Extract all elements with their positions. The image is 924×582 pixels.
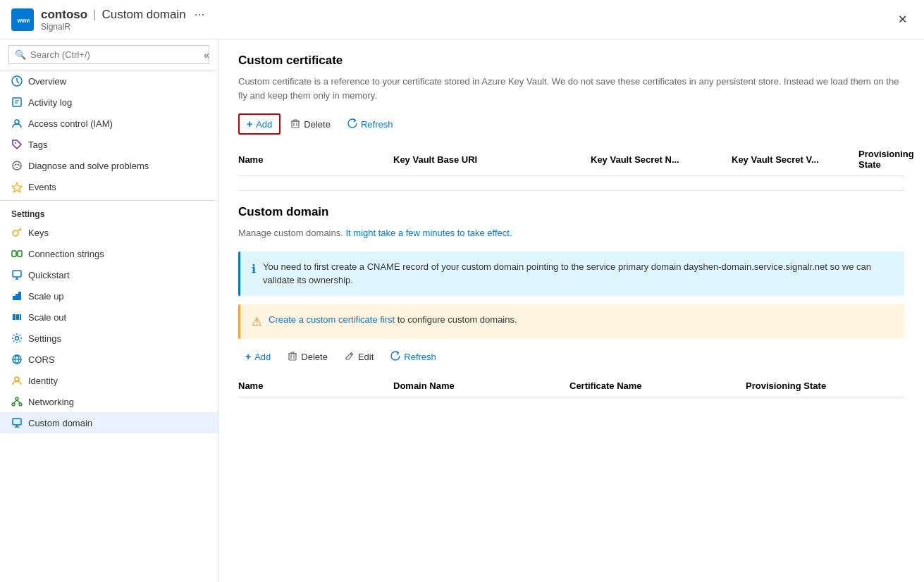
svg-point-31 (15, 377, 19, 381)
sidebar-item-identity[interactable]: Identity (0, 370, 218, 391)
warning-icon: ⚠ (252, 314, 261, 330)
svg-marker-12 (12, 182, 22, 192)
header-subtitle: SignalR (41, 22, 205, 32)
svg-line-4 (17, 81, 19, 83)
sidebar-item-connection-strings[interactable]: Connection strings (0, 243, 218, 264)
domain-add-button[interactable]: + Add (238, 347, 278, 366)
sidebar-item-events[interactable]: Events (0, 176, 218, 197)
sidebar-item-label: Identity (28, 376, 58, 386)
search-input[interactable] (30, 49, 203, 60)
svg-line-15 (20, 230, 21, 231)
sidebar-item-label: Networking (28, 397, 74, 407)
domain-col-domain-name: Domain Name (393, 380, 569, 391)
sidebar-item-scale-up[interactable]: Scale up (0, 285, 218, 307)
custom-certificate-title: Custom certificate (238, 54, 904, 68)
sidebar-item-label: Custom domain (28, 418, 92, 428)
quickstart-icon (11, 269, 23, 280)
domain-toolbar: + Add Delete Edit (238, 347, 904, 366)
domain-refresh-button[interactable]: Refresh (383, 347, 443, 366)
collapse-sidebar-button[interactable]: « (204, 49, 209, 61)
search-icon: 🔍 (15, 49, 26, 60)
sidebar-item-activity-log[interactable]: Activity log (0, 92, 218, 113)
svg-rect-40 (292, 121, 299, 128)
svg-line-36 (17, 400, 20, 403)
cert-warning-link[interactable]: Create a custom certificate first (269, 314, 395, 325)
sidebar-item-label: Settings (28, 333, 61, 344)
custom-certificate-description: Custom certificate is a reference to you… (238, 75, 904, 102)
sidebar-item-label: Events (28, 182, 56, 192)
svg-point-28 (16, 337, 19, 340)
identity-icon (11, 375, 23, 386)
svg-rect-25 (13, 314, 16, 320)
svg-point-8 (15, 120, 19, 124)
custom-domain-desc-link: It might take a few minutes to take effe… (345, 228, 512, 238)
info-icon: ℹ (252, 261, 256, 278)
scale-up-icon (11, 290, 23, 302)
scale-out-icon (11, 311, 23, 323)
svg-rect-37 (13, 419, 21, 425)
settings-section-label: Settings (0, 200, 218, 222)
svg-point-10 (13, 161, 21, 170)
svg-rect-26 (16, 314, 19, 320)
sidebar: 🔍 « Overview Activity log (0, 39, 218, 582)
header-title-group: contoso | Custom domain ··· SignalR (41, 7, 205, 32)
sidebar-item-access-control[interactable]: Access control (IAM) (0, 113, 218, 134)
sidebar-item-diagnose[interactable]: Diagnose and solve problems (0, 155, 218, 176)
cert-table-header: Name Key Vault Base URI Key Vault Secret… (238, 143, 904, 176)
sidebar-item-label: Tags (28, 140, 47, 150)
svg-rect-24 (18, 292, 21, 300)
close-button[interactable]: ✕ (892, 10, 913, 29)
cert-refresh-button[interactable]: Refresh (340, 115, 400, 134)
cert-col-kv-secret-n: Key Vault Secret N... (591, 154, 732, 165)
delete-icon (290, 118, 300, 130)
sidebar-item-keys[interactable]: Keys (0, 222, 218, 243)
cert-col-kv-base-uri: Key Vault Base URI (393, 154, 591, 165)
cert-warning-text: Create a custom certificate first to con… (269, 313, 517, 327)
svg-rect-19 (13, 271, 21, 277)
custom-domain-icon (11, 417, 23, 428)
settings-icon (11, 333, 23, 344)
sidebar-item-scale-out[interactable]: Scale out (0, 307, 218, 328)
sidebar-search-area: 🔍 « (0, 39, 218, 70)
svg-rect-44 (289, 354, 296, 360)
sidebar-item-label: Activity log (28, 97, 72, 108)
svg-point-32 (16, 397, 18, 400)
svg-point-13 (13, 230, 18, 236)
sidebar-item-cors[interactable]: CORS (0, 349, 218, 370)
cors-icon (11, 354, 23, 365)
domain-col-name: Name (238, 380, 393, 391)
keys-icon (11, 227, 23, 238)
resource-name: contoso (41, 8, 87, 22)
sidebar-item-overview[interactable]: Overview (0, 70, 218, 92)
cert-toolbar: + Add Delete Refresh (238, 113, 904, 135)
svg-rect-17 (18, 251, 22, 256)
svg-rect-27 (20, 314, 21, 320)
domain-edit-button[interactable]: Edit (338, 347, 381, 366)
cert-col-provisioning-state: Provisioning State (858, 149, 914, 170)
page-title: Custom domain (102, 8, 186, 22)
domain-table-header: Name Domain Name Certificate Name Provis… (238, 375, 904, 397)
sidebar-item-networking[interactable]: Networking (0, 391, 218, 412)
cname-info-box: ℹ You need to first create a CNAME recor… (238, 252, 904, 296)
cert-col-name: Name (238, 154, 393, 165)
cert-delete-button[interactable]: Delete (283, 115, 338, 134)
sidebar-item-label: Scale out (28, 312, 66, 323)
svg-point-34 (19, 403, 22, 406)
layout: 🔍 « Overview Activity log (0, 39, 924, 582)
sidebar-item-custom-domain[interactable]: Custom domain (0, 412, 218, 433)
networking-icon (11, 396, 23, 407)
sidebar-item-quickstart[interactable]: Quickstart (0, 264, 218, 285)
domain-col-cert-name: Certificate Name (569, 380, 746, 391)
events-icon (11, 181, 23, 192)
access-control-icon (11, 118, 23, 129)
cert-warning-box: ⚠ Create a custom certificate first to c… (238, 304, 904, 339)
sidebar-item-label: Overview (28, 76, 66, 87)
svg-point-33 (12, 403, 15, 406)
cert-add-button[interactable]: + Add (238, 113, 281, 135)
sidebar-item-tags[interactable]: Tags (0, 134, 218, 155)
sidebar-item-settings[interactable]: Settings (0, 328, 218, 349)
search-box[interactable]: 🔍 (8, 45, 209, 64)
header-ellipsis[interactable]: ··· (195, 7, 205, 22)
domain-delete-button[interactable]: Delete (281, 347, 335, 366)
svg-rect-22 (13, 296, 16, 300)
